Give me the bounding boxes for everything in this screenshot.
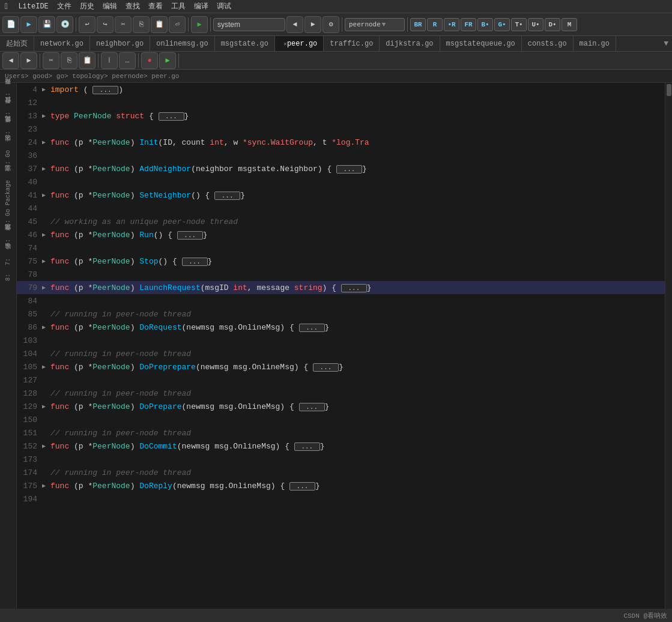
run-button[interactable]: ▶	[191, 16, 208, 33]
tab-network[interactable]: network.go	[34, 36, 90, 52]
run2-button[interactable]: ●	[141, 52, 158, 69]
fold-127	[42, 377, 49, 384]
code-line-175: 175 ▶ func (p *PeerNode) DoReply(newmsg …	[17, 479, 665, 492]
code-line-129: 129 ▶ func (p *PeerNode) DoPrepare(newms…	[17, 400, 665, 413]
redo-button[interactable]: ↪	[97, 16, 114, 33]
fold-box-175[interactable]: ...	[289, 482, 315, 491]
menu-edit[interactable]: 编辑	[103, 1, 117, 11]
sidebar-item-fs[interactable]: 3: 文件系统	[3, 124, 14, 142]
build-btn3[interactable]: •R	[444, 18, 459, 31]
copy2-button[interactable]: ⎘	[61, 52, 77, 69]
fold-86[interactable]: ▶	[42, 324, 49, 331]
menu-compile[interactable]: 编译	[194, 1, 208, 11]
paste2-button[interactable]: 📋	[79, 52, 95, 69]
build-btn9[interactable]: D•	[545, 18, 560, 31]
fold-box-46[interactable]: ...	[177, 231, 203, 240]
fold-box-41[interactable]: ...	[214, 192, 240, 200]
tab-peer[interactable]: ✕ peer.go	[275, 36, 324, 52]
tab-msgstate[interactable]: msgstate.go	[215, 36, 275, 52]
code-scroll[interactable]: 4 ▶ import ( ... ) 12 13 ▶ type PeerNode…	[17, 83, 665, 609]
sidebar-item-extra[interactable]: 8:	[4, 270, 13, 285]
tab-traffic[interactable]: traffic.go	[324, 36, 380, 52]
build-btn2[interactable]: R	[427, 18, 443, 31]
build-btn10[interactable]: M	[562, 18, 577, 31]
fold-105[interactable]: ▶	[42, 363, 49, 370]
fold-13[interactable]: ▶	[42, 112, 49, 119]
fold-box-75[interactable]: ...	[182, 258, 208, 266]
tab-main[interactable]: main.go	[574, 36, 616, 52]
menu-find[interactable]: 查找	[126, 1, 140, 11]
search-options-button[interactable]: ⚙	[322, 16, 339, 33]
menu-debug[interactable]: 调试	[217, 1, 231, 11]
sidebar-item-open[interactable]: 2: 打开文件	[3, 104, 14, 122]
sidebar-item-outline[interactable]: 4: Go 大纲	[3, 143, 14, 172]
sidebar-item-output[interactable]: 7: 输出	[3, 251, 14, 269]
menu-view[interactable]: 查看	[148, 1, 163, 11]
save-all-button[interactable]: 💿	[56, 16, 73, 33]
fold-box-105[interactable]: ...	[313, 363, 339, 372]
fold-box-4[interactable]: ...	[92, 86, 118, 94]
sidebar-item-pkg[interactable]: 5: Go Package 浏览	[3, 173, 14, 231]
open-file-button[interactable]: ▶	[20, 16, 37, 33]
fold-79[interactable]: ▶	[42, 284, 49, 291]
forward-button[interactable]: ▶	[20, 52, 37, 69]
apple-menu[interactable]: 	[5, 2, 10, 11]
fold-174	[42, 470, 49, 476]
tab-consts[interactable]: consts.go	[522, 36, 574, 52]
sidebar-item-filebrowser[interactable]: 6: 文件浏览	[3, 232, 14, 250]
fold-box-37[interactable]: ...	[336, 165, 362, 174]
sidebar-item-start[interactable]: 1: 开始页	[3, 85, 14, 103]
peernode-selector[interactable]: peernode ▼	[345, 18, 405, 31]
tab-qishiye[interactable]: 起始页	[0, 36, 34, 52]
format-button[interactable]: ⁞	[101, 52, 118, 69]
code-editor[interactable]: 4 ▶ import ( ... ) 12 13 ▶ type PeerNode…	[17, 83, 665, 609]
dropdown-icon: ▼	[382, 21, 386, 28]
menu-file[interactable]: 文件	[57, 1, 71, 11]
fold-box-152[interactable]: ...	[294, 442, 320, 451]
fold-24[interactable]: ▶	[42, 139, 49, 146]
search-prev-button[interactable]: ◄	[286, 16, 303, 33]
print-button[interactable]: ⏎	[169, 16, 186, 33]
fold-75[interactable]: ▶	[42, 258, 49, 265]
tab-overflow-button[interactable]: ▼	[660, 39, 672, 48]
copy-button[interactable]: ⎘	[133, 16, 150, 33]
fold-175[interactable]: ▶	[42, 482, 49, 489]
fold-box-79[interactable]: ...	[341, 284, 367, 292]
fold-41[interactable]: ▶	[42, 192, 49, 199]
tab-msgstatequeue[interactable]: msgstatequeue.go	[440, 36, 522, 52]
cut2-button[interactable]: ✂	[43, 52, 59, 69]
fold-box-13[interactable]: ...	[159, 112, 184, 121]
fold-129[interactable]: ▶	[42, 403, 49, 410]
build-btn4[interactable]: FR	[461, 18, 476, 31]
tab-dijkstra[interactable]: dijkstra.go	[380, 36, 440, 52]
build-btn6[interactable]: G•	[494, 18, 510, 31]
search-next-button[interactable]: ►	[304, 16, 321, 33]
build2-button[interactable]: ▶	[159, 52, 176, 69]
fold-45	[42, 219, 49, 225]
save-button[interactable]: 💾	[38, 16, 55, 33]
cut-button[interactable]: ✂	[115, 16, 132, 33]
menu-liteid[interactable]: LiteIDE	[18, 2, 48, 11]
menu-tools[interactable]: 工具	[171, 1, 186, 11]
menu-history[interactable]: 历史	[80, 1, 94, 11]
build-btn7[interactable]: T•	[511, 18, 527, 31]
comment-button[interactable]: …	[119, 52, 136, 69]
tab-onlinemsg[interactable]: onlinemsg.go	[150, 36, 214, 52]
fold-box-86[interactable]: ...	[299, 324, 325, 332]
undo-button[interactable]: ↩	[79, 16, 95, 33]
line-num-36: 36	[17, 151, 42, 160]
code-content-104: // running in peer-node thread	[49, 349, 665, 358]
back-button[interactable]: ◀	[2, 52, 19, 69]
fold-box-129[interactable]: ...	[299, 403, 325, 411]
paste-button[interactable]: 📋	[151, 16, 168, 33]
fold-152[interactable]: ▶	[42, 442, 49, 450]
fold-46[interactable]: ▶	[42, 231, 49, 238]
new-file-button[interactable]: 📄	[2, 16, 19, 33]
build-btn5[interactable]: B•	[477, 18, 493, 31]
fold-37[interactable]: ▶	[42, 165, 49, 172]
build-btn8[interactable]: U•	[528, 18, 543, 31]
search-input[interactable]	[213, 18, 285, 31]
tab-neighbor[interactable]: neighbor.go	[90, 36, 150, 52]
build-btn1[interactable]: BR	[410, 18, 426, 31]
fold-4[interactable]: ▶	[42, 86, 49, 93]
